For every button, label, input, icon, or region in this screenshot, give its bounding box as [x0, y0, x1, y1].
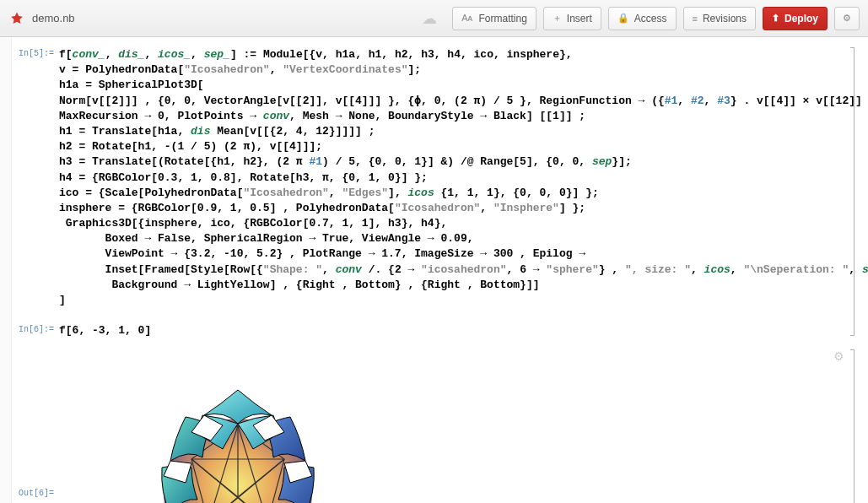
notebook-area: In[5]:= f[conv_, dis_, icos_, sep_] := M… [0, 37, 868, 503]
output-cell-6[interactable]: Out[6]= [19, 354, 853, 503]
settings-button[interactable]: ⚙ [834, 7, 860, 30]
deploy-button[interactable]: ⬆ Deploy [763, 7, 828, 30]
wolfram-icon [8, 10, 25, 27]
document-title: demo.nb [32, 12, 75, 24]
cell-label-in6: In[6]:= [19, 323, 59, 338]
cell-label-out6: Out[6]= [19, 354, 59, 503]
cell-brackets[interactable] [849, 47, 855, 493]
formatting-label: Formatting [478, 13, 526, 24]
insert-button[interactable]: ＋ Insert [543, 7, 601, 30]
graphics3d-output[interactable] [111, 375, 364, 503]
left-margin [0, 37, 12, 503]
title-bar: demo.nb ☁ Aᴀ Formatting ＋ Insert 🔒 Acces… [0, 0, 868, 37]
svg-marker-0 [11, 12, 23, 24]
upload-icon: ⬆ [772, 13, 779, 24]
formatting-button[interactable]: Aᴀ Formatting [452, 7, 536, 30]
formatting-icon: Aᴀ [461, 13, 473, 24]
cell-label-in5: In[5]:= [19, 47, 59, 308]
lock-icon: 🔒 [617, 13, 629, 24]
cloud-icon: ☁ [422, 9, 437, 28]
cell-output-out6[interactable] [59, 354, 853, 503]
access-button[interactable]: 🔒 Access [608, 7, 677, 30]
cell-code-in6[interactable]: f[6, -3, 1, 0] [59, 323, 853, 338]
revisions-icon: ≡ [693, 14, 698, 24]
revisions-label: Revisions [703, 13, 747, 24]
input-cell-6[interactable]: In[6]:= f[6, -3, 1, 0] [19, 323, 853, 338]
input-cell-5[interactable]: In[5]:= f[conv_, dis_, icos_, sep_] := M… [19, 47, 853, 308]
gear-icon: ⚙ [843, 13, 851, 24]
cell-options-icon[interactable]: ⚙ [833, 349, 844, 363]
insert-label: Insert [567, 13, 592, 24]
access-label: Access [634, 13, 667, 24]
plus-icon: ＋ [553, 12, 562, 24]
deploy-label: Deploy [784, 13, 818, 24]
revisions-button[interactable]: ≡ Revisions [683, 7, 756, 30]
cell-code-in5[interactable]: f[conv_, dis_, icos_, sep_] := Module[{v… [59, 47, 868, 308]
notebook[interactable]: In[5]:= f[conv_, dis_, icos_, sep_] := M… [12, 37, 868, 503]
